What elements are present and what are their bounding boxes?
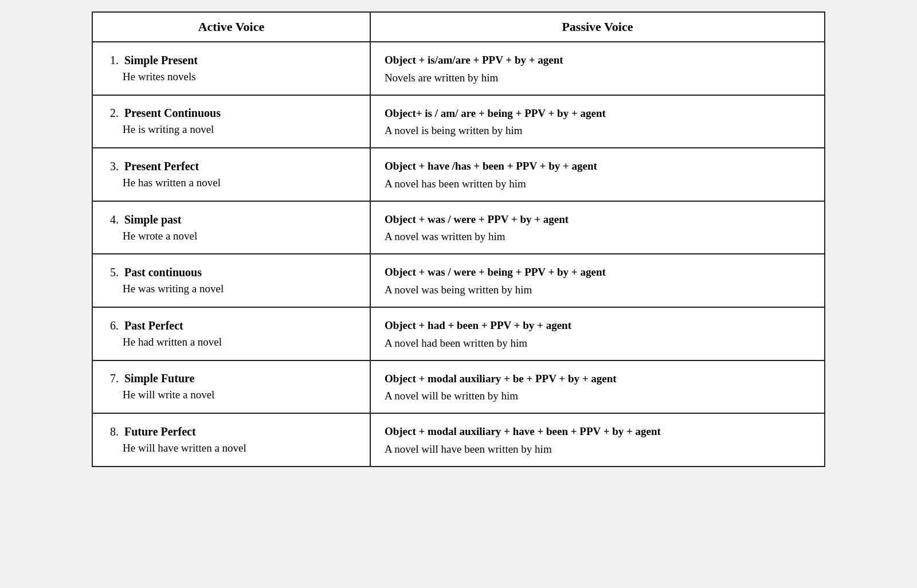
passive-example-4: A novel was written by him — [385, 230, 810, 243]
active-example-8: He will have written a novel — [123, 442, 358, 454]
passive-formula-3: Object + have /has + been + PPV + by + a… — [385, 159, 810, 174]
passive-formula-4: Object + was / were + PPV + by + agent — [385, 212, 810, 228]
passive-voice-header: Passive Voice — [371, 13, 824, 41]
passive-formula-6: Object + had + been + PPV + by + agent — [385, 318, 810, 334]
row-number-4: 4. — [110, 213, 119, 226]
row-number-5: 5. — [110, 266, 119, 279]
passive-example-5: A novel was being written by him — [385, 284, 810, 296]
row-number-1: 1. — [110, 54, 119, 67]
row-number-8: 8. — [110, 425, 119, 438]
passive-example-3: A novel has been written by him — [385, 178, 810, 190]
tense-label-6: Past Perfect — [124, 319, 183, 332]
passive-cell-5: Object + was / were + being + PPV + by +… — [371, 254, 824, 307]
tense-label-4: Simple past — [124, 213, 181, 226]
tense-label-3: Present Perfect — [124, 160, 199, 173]
table-row: 3. Present Perfect He has written a nove… — [93, 148, 824, 202]
active-cell-3: 3. Present Perfect He has written a nove… — [93, 148, 371, 201]
passive-example-8: A novel will have been written by him — [385, 443, 810, 456]
tense-label-5: Past continuous — [124, 266, 202, 279]
tense-label-2: Present Continuous — [124, 107, 221, 120]
passive-formula-1: Object + is/am/are + PPV + by + agent — [385, 53, 810, 68]
tense-label-7: Simple Future — [124, 372, 194, 385]
passive-cell-8: Object + modal auxiliary + have + been +… — [371, 414, 824, 466]
passive-formula-2: Object+ is / am/ are + being + PPV + by … — [385, 106, 810, 121]
tense-label-8: Future Perfect — [124, 425, 196, 438]
table-row: 6. Past Perfect He had written a novel O… — [93, 308, 824, 361]
active-cell-1: 1. Simple Present He writes novels — [93, 42, 371, 95]
passive-cell-3: Object + have /has + been + PPV + by + a… — [371, 148, 824, 201]
passive-example-1: Novels are written by him — [385, 72, 810, 84]
passive-formula-8: Object + modal auxiliary + have + been +… — [385, 424, 810, 440]
row-number-7: 7. — [110, 372, 119, 385]
tense-label-1: Simple Present — [124, 54, 198, 67]
passive-cell-4: Object + was / were + PPV + by + agent A… — [371, 202, 824, 254]
passive-cell-6: Object + had + been + PPV + by + agent A… — [371, 308, 824, 360]
active-cell-5: 5. Past continuous He was writing a nove… — [93, 254, 371, 307]
table-row: 2. Present Continuous He is writing a no… — [93, 96, 824, 149]
active-example-1: He writes novels — [123, 70, 358, 83]
table-row: 4. Simple past He wrote a novel Object +… — [93, 202, 824, 255]
active-example-4: He wrote a novel — [123, 230, 358, 242]
active-example-3: He has written a novel — [123, 177, 358, 189]
active-example-6: He had written a novel — [123, 336, 358, 348]
main-table: Active Voice Passive Voice 1. Simple Pre… — [92, 11, 825, 467]
row-number-6: 6. — [110, 319, 119, 332]
active-example-7: He will write a novel — [123, 389, 358, 401]
active-voice-header: Active Voice — [93, 13, 371, 41]
passive-cell-7: Object + modal auxiliary + be + PPV + by… — [371, 361, 824, 413]
passive-formula-5: Object + was / were + being + PPV + by +… — [385, 265, 810, 280]
active-example-5: He was writing a novel — [123, 283, 358, 295]
passive-example-7: A novel will be written by him — [385, 390, 810, 402]
active-cell-8: 8. Future Perfect He will have written a… — [93, 414, 371, 466]
table-body: 1. Simple Present He writes novels Objec… — [93, 42, 824, 466]
table-row: 7. Simple Future He will write a novel O… — [93, 361, 824, 414]
row-number-3: 3. — [110, 160, 119, 173]
active-example-2: He is writing a novel — [123, 123, 358, 136]
table-header: Active Voice Passive Voice — [93, 13, 824, 42]
table-row: 8. Future Perfect He will have written a… — [93, 414, 824, 466]
active-cell-6: 6. Past Perfect He had written a novel — [93, 308, 371, 360]
passive-formula-7: Object + modal auxiliary + be + PPV + by… — [385, 371, 810, 387]
table-row: 1. Simple Present He writes novels Objec… — [93, 42, 824, 96]
active-cell-4: 4. Simple past He wrote a novel — [93, 202, 371, 254]
active-cell-7: 7. Simple Future He will write a novel — [93, 361, 371, 413]
passive-cell-2: Object+ is / am/ are + being + PPV + by … — [371, 96, 824, 148]
row-number-2: 2. — [110, 107, 119, 120]
table-row: 5. Past continuous He was writing a nove… — [93, 254, 824, 308]
passive-cell-1: Object + is/am/are + PPV + by + agent No… — [371, 42, 824, 95]
passive-example-6: A novel had been written by him — [385, 337, 810, 350]
active-cell-2: 2. Present Continuous He is writing a no… — [93, 96, 371, 148]
passive-example-2: A novel is being written by him — [385, 124, 810, 137]
